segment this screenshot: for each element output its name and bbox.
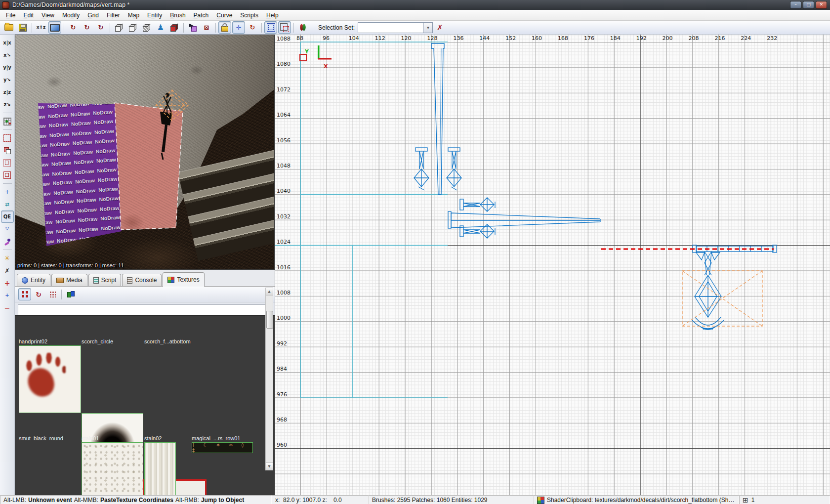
menu-help[interactable]: Help: [262, 10, 283, 20]
toolbar-separator: [293, 23, 294, 33]
menu-curve[interactable]: Curve: [212, 10, 236, 20]
select-complete-icon[interactable]: [264, 21, 277, 34]
x-ruler-label: 176: [584, 35, 594, 42]
texture-scrollbar[interactable]: ▲ ▼: [265, 288, 273, 470]
menu-scripts[interactable]: Scripts: [236, 10, 262, 20]
selection-set-input[interactable]: [358, 23, 423, 33]
app-icon: [2, 1, 9, 9]
menu-edit[interactable]: Edit: [19, 10, 38, 20]
menu-file[interactable]: File: [2, 10, 19, 20]
minimize-button[interactable]: –: [790, 1, 801, 9]
menu-patch[interactable]: Patch: [190, 10, 213, 20]
qe-tool-button[interactable]: QE: [1, 210, 14, 223]
texture-browser[interactable]: handprint02 scorch_circle scorch_f...atb…: [15, 315, 275, 504]
flip-y-axis-icon-glyph: ↻: [84, 24, 90, 31]
rotate-z-icon-glyph: z↘: [3, 102, 10, 107]
scroll-down-icon[interactable]: ▼: [266, 462, 273, 470]
rotate-tool-icon[interactable]: ↻: [246, 21, 259, 34]
save-file-icon[interactable]: [16, 21, 29, 34]
menu-entity[interactable]: Entity: [143, 10, 166, 20]
banner-brush-wireframe[interactable]: [431, 43, 444, 195]
patch-cube-icon[interactable]: [140, 21, 153, 34]
shader-icon: [537, 497, 544, 504]
combobox-dropdown-icon[interactable]: ▾: [423, 23, 432, 33]
wall-torch-left-wireframe[interactable]: [414, 148, 429, 190]
rotate-z-icon[interactable]: z↘: [1, 98, 14, 111]
remove-curve-point-icon[interactable]: ✗: [1, 264, 14, 277]
menu-modify[interactable]: Modify: [58, 10, 83, 20]
size-info-icon[interactable]: x↕z: [35, 21, 47, 34]
translate-manipulator-icon[interactable]: ✛: [1, 186, 14, 198]
flip-x-axis-icon[interactable]: ↻: [67, 21, 80, 34]
texture-filter-input[interactable]: [18, 304, 266, 316]
panel-tabbar: Entity Media Script Console Textures: [15, 270, 275, 287]
flip-x-icon[interactable]: x|x: [1, 37, 14, 49]
ortho-view[interactable]: Y X: [275, 35, 830, 495]
entity-pawn-icon[interactable]: ♟: [154, 21, 167, 34]
copy-shader-icon[interactable]: [1, 144, 14, 157]
menu-filter[interactable]: Filter: [103, 10, 124, 20]
tab-entity[interactable]: Entity: [17, 274, 50, 286]
add-curve-point-blue-icon[interactable]: +: [1, 289, 14, 301]
rotate-x-icon[interactable]: x↘: [1, 49, 14, 61]
menu-grid[interactable]: Grid: [83, 10, 103, 20]
select-region-icon[interactable]: [1, 132, 14, 144]
open-file-icon[interactable]: [2, 21, 15, 34]
texture-name: handprint02: [19, 338, 47, 344]
flip-z-axis-icon[interactable]: ↻: [94, 21, 107, 34]
drag-manipulator-icon[interactable]: ⇄: [1, 198, 14, 210]
brush-cube-icon[interactable]: [113, 21, 125, 34]
texture-tile-magical-runes[interactable]: † ☾ ✶ ∞ ◊ ‡: [192, 442, 253, 453]
menu-map[interactable]: Map: [124, 10, 143, 20]
scroll-up-icon[interactable]: ▲: [266, 288, 273, 295]
y-ruler-label: 968: [277, 417, 287, 423]
close-button[interactable]: ✕: [816, 1, 827, 9]
menu-brush[interactable]: Brush: [166, 10, 189, 20]
tab-textures[interactable]: Textures: [163, 272, 204, 287]
console-window-icon[interactable]: [48, 21, 61, 34]
speaker-cube-icon[interactable]: [168, 21, 181, 34]
toolbar-separator: [32, 23, 32, 33]
camera-view[interactable]: NoDraw NoDraw NoDraw NoDraw NoDraw NoDra…: [15, 35, 275, 270]
flip-y-icon[interactable]: y|y: [1, 61, 14, 74]
entity-drag-icon-shape: [4, 238, 11, 245]
move-tool-icon[interactable]: ✛: [232, 21, 245, 34]
star-vertex-icon[interactable]: ✳: [1, 252, 14, 264]
select-touching-icon[interactable]: [278, 21, 291, 34]
thumbnail-view-icon[interactable]: [18, 288, 31, 300]
maximize-button[interactable]: □: [803, 1, 814, 9]
tab-script[interactable]: Script: [88, 274, 122, 286]
clipper-leaf-icon[interactable]: [296, 21, 309, 34]
tab-console[interactable]: Console: [122, 274, 162, 286]
selection-set-combobox[interactable]: ▾: [358, 22, 433, 33]
folder-icon: [56, 278, 64, 283]
snap-to-grid-icon[interactable]: [1, 115, 14, 127]
reload-textures-icon[interactable]: [32, 288, 45, 300]
vertex-mode-icon[interactable]: ∵: [1, 223, 14, 235]
rotate-y-icon[interactable]: y↘: [1, 74, 14, 86]
select-inside-icon[interactable]: [1, 157, 14, 169]
texture-tile-handprint02[interactable]: [19, 345, 81, 413]
horizontal-banner-assembly-wireframe[interactable]: [448, 198, 600, 238]
exclude-icon[interactable]: ⊠: [200, 21, 213, 34]
x-ruler-label: 184: [610, 35, 621, 42]
small-grid-view-icon[interactable]: [46, 288, 59, 300]
clear-selection-set-button[interactable]: ✗: [437, 23, 443, 32]
select-touching-icon[interactable]: [1, 169, 14, 181]
texture-lock-icon[interactable]: [218, 21, 231, 34]
ceiling-torch-wireframe[interactable]: [692, 245, 777, 330]
flip-z-icon[interactable]: z|z: [1, 86, 14, 98]
tab-media[interactable]: Media: [51, 274, 87, 286]
entity-drag-icon[interactable]: [1, 235, 14, 248]
remove-point-icon[interactable]: −: [1, 301, 14, 314]
scrollbar-thumb[interactable]: [266, 311, 273, 329]
paste-texture-icon[interactable]: [186, 21, 199, 34]
titlebar: D:/Games/Doom/darkmod/maps/vert.map * – …: [0, 0, 830, 10]
texture-swap-icon[interactable]: [64, 288, 77, 300]
brush-cuboid-icon[interactable]: [126, 21, 139, 34]
wall-torch-right-wireframe[interactable]: [447, 148, 461, 190]
flip-y-axis-icon[interactable]: ↻: [81, 21, 93, 34]
toolbar-separator: [183, 23, 184, 33]
add-curve-point-red-icon[interactable]: +: [1, 277, 14, 289]
menu-view[interactable]: View: [38, 10, 58, 20]
